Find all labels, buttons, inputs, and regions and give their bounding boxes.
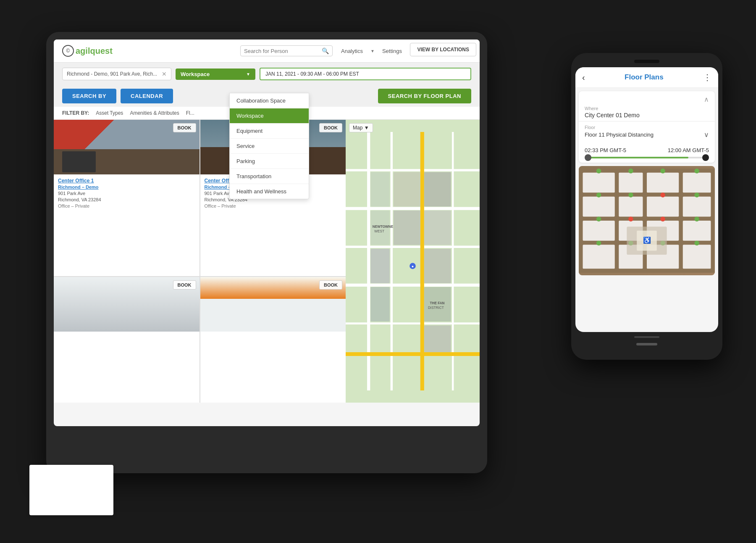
view-locations-button[interactable]: VIEW BY LOCATIONS: [410, 43, 476, 56]
svg-rect-30: [583, 173, 615, 193]
phone-screen: ‹ Floor Plans ⋮ ∧ Where City Center 01 D…: [575, 67, 718, 332]
card-2-type: Office – Private: [205, 203, 342, 208]
svg-rect-22: [424, 325, 451, 352]
map-label[interactable]: Map ▼: [349, 123, 373, 132]
dropdown-item-parking[interactable]: Parking: [230, 154, 309, 169]
phone-time-row: 02:33 PM GMT-5 12:00 AM GMT-5: [585, 147, 709, 153]
phone-floor-section: Floor Floor 11 Physical Distancing ∨: [579, 121, 715, 143]
svg-rect-31: [619, 173, 643, 193]
book-button-4[interactable]: BOOK: [319, 280, 342, 290]
device-stand-reflection: [29, 465, 113, 515]
svg-text:●: ●: [412, 264, 414, 269]
phone-floor-value: Floor 11 Physical Distancing: [585, 132, 654, 138]
svg-point-61: [660, 216, 665, 221]
svg-rect-32: [647, 173, 679, 193]
svg-rect-12: [370, 172, 390, 207]
card-3-info: [54, 332, 200, 338]
clear-location-button[interactable]: ✕: [162, 71, 167, 77]
book-button-1[interactable]: BOOK: [173, 123, 196, 132]
svg-rect-41: [683, 221, 711, 241]
dropdown-item-health[interactable]: Health and Wellness: [230, 184, 309, 199]
asset-types-filter[interactable]: Asset Types: [96, 110, 123, 116]
phone-card-header: ∧: [579, 91, 715, 106]
card-1-type: Office – Private: [58, 203, 195, 208]
search-by-button[interactable]: SEARCH BY: [62, 89, 116, 103]
phone-end-time: 12:00 AM GMT-5: [668, 147, 709, 153]
svg-point-53: [596, 216, 601, 221]
phone-home-button[interactable]: [636, 343, 657, 345]
location-field[interactable]: Richmond - Demo, 901 Park Ave, Rich... ✕: [62, 68, 171, 80]
svg-point-60: [628, 216, 633, 221]
phone-back-button[interactable]: ‹: [582, 73, 585, 82]
svg-point-51: [628, 192, 633, 197]
filter-by-label: FILTER BY:: [62, 110, 89, 116]
svg-rect-42: [583, 245, 615, 269]
location-value: Richmond - Demo, 901 Park Ave, Rich...: [67, 71, 157, 77]
svg-text:DISTRICT: DISTRICT: [428, 306, 444, 310]
dropdown-item-equipment[interactable]: Equipment: [230, 124, 309, 139]
calendar-button[interactable]: CALENDAR: [121, 89, 173, 103]
phone-time-slider[interactable]: [587, 157, 706, 158]
date-field[interactable]: JAN 11, 2021 - 09:30 AM - 06:00 PM EST: [260, 68, 471, 80]
tablet-screen: © agilquest 🔍 Analytics ▼ Settings Help …: [54, 40, 480, 426]
svg-rect-36: [647, 197, 679, 217]
svg-point-58: [694, 241, 699, 245]
dropdown-item-collaboration[interactable]: Collaboration Space: [230, 93, 309, 108]
book-button-3[interactable]: BOOK: [173, 280, 196, 290]
search-input[interactable]: [244, 48, 319, 54]
svg-rect-38: [583, 221, 615, 241]
svg-text:WEST: WEST: [374, 229, 384, 233]
card-1-info: Center Office 1 Richmond – Demo 901 Park…: [54, 174, 200, 212]
svg-point-52: [694, 192, 699, 197]
phone-card-collapse-icon[interactable]: ∧: [704, 95, 709, 103]
workspace-card-4: BOOK: [200, 277, 346, 403]
phone-title: Floor Plans: [589, 73, 699, 82]
card-1-location[interactable]: Richmond – Demo: [58, 185, 195, 190]
svg-rect-14: [370, 249, 390, 283]
book-button-2[interactable]: BOOK: [319, 123, 342, 132]
logo: © agilquest: [62, 45, 113, 57]
phone-slider-thumb-right[interactable]: [702, 154, 709, 161]
type-dropdown-menu: Collaboration Space Workspace Equipment …: [229, 93, 309, 199]
filter-bar: Richmond - Demo, 901 Park Ave, Rich... ✕…: [54, 63, 480, 85]
date-value: JAN 11, 2021 - 09:30 AM - 06:00 PM EST: [265, 71, 359, 77]
analytics-link[interactable]: Analytics: [341, 48, 363, 54]
phone-floorplan-view: ♿: [579, 166, 715, 275]
dropdown-item-transportation[interactable]: Transportation: [230, 169, 309, 184]
floor-filter[interactable]: Fl...: [186, 110, 194, 116]
search-by-floor-plan-button[interactable]: SEARCH BY FLOOR PLAN: [378, 89, 471, 103]
phone-more-button[interactable]: ⋮: [703, 72, 711, 82]
svg-point-50: [596, 192, 601, 197]
svg-rect-18: [424, 172, 451, 207]
search-bar[interactable]: 🔍: [240, 45, 333, 56]
dropdown-item-workspace[interactable]: Workspace: [230, 108, 309, 124]
phone-speaker: [634, 336, 659, 338]
svg-rect-37: [683, 197, 711, 217]
analytics-dropdown-icon: ▼: [370, 49, 375, 53]
logo-text: agilquest: [76, 46, 113, 56]
card-1-name[interactable]: Center Office 1: [58, 178, 195, 184]
phone-slider-thumb-left[interactable]: [585, 154, 591, 161]
logo-part2: quest: [90, 46, 112, 55]
svg-text:♿: ♿: [643, 236, 651, 244]
svg-point-49: [694, 169, 699, 173]
amenities-filter[interactable]: Amenities & Attributes: [130, 110, 179, 116]
svg-rect-45: [683, 245, 711, 269]
phone-floor-dropdown-icon[interactable]: ∨: [704, 131, 709, 139]
phone-device: ‹ Floor Plans ⋮ ∧ Where City Center 01 D…: [571, 53, 722, 360]
phone-time-section: 02:33 PM GMT-5 12:00 AM GMT-5: [579, 143, 715, 163]
card-4-image: BOOK: [200, 277, 346, 332]
phone-where-label: Where: [585, 106, 709, 111]
type-dropdown[interactable]: Workspace ▼: [176, 69, 255, 80]
card-3-image: BOOK: [54, 277, 200, 332]
svg-point-47: [628, 169, 633, 173]
workspace-card-1: BOOK Center Office 1 Richmond – Demo 901…: [54, 120, 200, 276]
svg-point-48: [660, 169, 665, 173]
phone-slider-fill: [587, 157, 688, 158]
settings-link[interactable]: Settings: [382, 48, 402, 54]
card-4-info: [200, 332, 346, 338]
dropdown-item-service[interactable]: Service: [230, 139, 309, 154]
type-value: Workspace: [181, 71, 210, 77]
svg-point-55: [596, 241, 601, 245]
svg-rect-34: [583, 197, 615, 217]
